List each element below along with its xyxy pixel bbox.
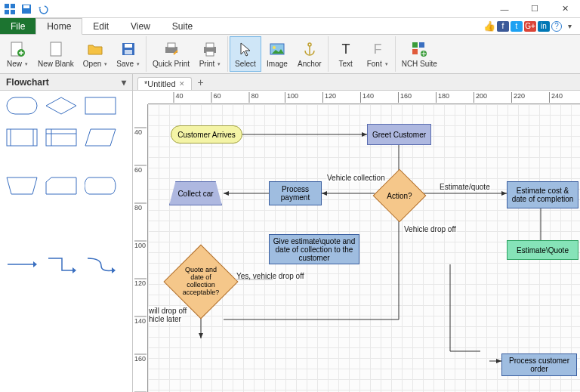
node-greet-customer[interactable]: Greet Customer: [367, 124, 431, 145]
node-action[interactable]: Action?: [381, 177, 418, 215]
print-button[interactable]: Print: [194, 36, 226, 72]
help-dropdown-icon[interactable]: ▾: [563, 21, 575, 32]
save-button[interactable]: Save: [112, 36, 144, 72]
open-folder-icon: [87, 40, 103, 58]
anchor-icon: [301, 40, 318, 58]
file-menu[interactable]: File: [0, 18, 35, 34]
tab-edit[interactable]: Edit: [82, 18, 120, 34]
select-label: Select: [235, 60, 256, 68]
edge-yes-dropoff: Yes, vehicle drop off: [236, 272, 305, 280]
svg-marker-37: [46, 177, 76, 194]
side-panel-header[interactable]: Flowchart ▾: [0, 74, 132, 91]
svg-rect-28: [85, 97, 116, 114]
thumb-icon[interactable]: 👍: [483, 21, 495, 32]
svg-rect-22: [412, 42, 418, 48]
document-tab-label: *Untitled: [144, 79, 176, 88]
shape-predefined[interactable]: [6, 128, 38, 147]
shape-palette: [0, 91, 132, 392]
window-close-button[interactable]: ✕: [550, 0, 580, 18]
node-quote-date[interactable]: Quote and date of collection acceptable?: [174, 255, 227, 308]
image-label: Image: [267, 60, 288, 68]
svg-rect-10: [125, 44, 132, 48]
shape-display[interactable]: [85, 177, 116, 195]
shape-internal[interactable]: [45, 128, 77, 147]
svg-text:T: T: [341, 42, 350, 57]
svg-rect-8: [51, 42, 61, 56]
quick-print-button[interactable]: Quick Print: [148, 36, 194, 72]
select-button[interactable]: Select: [230, 36, 261, 72]
quick-print-label: Quick Print: [153, 60, 190, 68]
svg-rect-11: [125, 50, 132, 54]
font-label: Font: [367, 60, 388, 68]
tab-close-icon[interactable]: ✕: [179, 80, 185, 88]
anchor-button[interactable]: Anchor: [293, 36, 326, 72]
node-process-payment[interactable]: Process payment: [269, 181, 322, 205]
svg-marker-40: [72, 267, 76, 273]
side-panel-title: Flowchart: [6, 77, 49, 88]
edge-will-drop: will drop off: [148, 307, 187, 315]
node-estimate-quote[interactable]: Estimate\Quote: [507, 240, 578, 260]
node-give-estimate[interactable]: Give estimate\quote and date of collecti…: [269, 234, 359, 264]
nch-suite-button[interactable]: NCH Suite: [397, 36, 442, 72]
svg-rect-24: [412, 49, 418, 54]
save-disk-icon: [120, 40, 137, 58]
node-customer-arrives[interactable]: Customer Arrives: [171, 125, 242, 144]
shape-manual-op[interactable]: [6, 177, 38, 195]
anchor-label: Anchor: [298, 60, 322, 68]
help-icon[interactable]: ?: [551, 21, 562, 32]
shape-curve[interactable]: [85, 255, 116, 273]
facebook-icon[interactable]: f: [497, 21, 509, 32]
open-button[interactable]: Open: [79, 36, 112, 72]
shape-process[interactable]: [85, 97, 116, 115]
svg-marker-27: [46, 97, 76, 114]
window-maximize-button[interactable]: ☐: [520, 0, 550, 18]
text-icon: T: [338, 40, 354, 58]
shape-terminator[interactable]: [6, 97, 38, 115]
new-blank-label: New Blank: [38, 60, 74, 68]
linkedin-icon[interactable]: in: [538, 21, 550, 32]
svg-rect-23: [419, 42, 424, 48]
qat-save-icon[interactable]: [20, 2, 33, 16]
edge-vehicle-dropoff: Vehicle drop off: [403, 225, 457, 233]
new-button[interactable]: New: [2, 36, 33, 72]
shape-card[interactable]: [45, 177, 77, 195]
qat-undo-icon[interactable]: [36, 2, 50, 16]
svg-text:F: F: [373, 42, 381, 57]
document-tab[interactable]: *Untitled ✕: [137, 77, 192, 90]
font-icon: F: [369, 40, 386, 58]
tab-home[interactable]: Home: [35, 18, 82, 35]
qat-app-icon[interactable]: [3, 2, 17, 16]
svg-rect-16: [206, 51, 214, 56]
vertical-ruler: 40 60 80 100 120 140 160 180: [133, 104, 148, 392]
add-tab-button[interactable]: +: [192, 75, 210, 90]
node-collect-car[interactable]: Collect car: [169, 181, 222, 205]
svg-rect-13: [168, 43, 175, 48]
nch-suite-label: NCH Suite: [402, 60, 437, 68]
tab-view[interactable]: View: [120, 18, 162, 34]
edge-estimate-quote: Estimate/quote: [439, 183, 491, 191]
text-button[interactable]: T Text: [330, 36, 362, 72]
font-button[interactable]: F Font: [362, 36, 393, 72]
shape-data[interactable]: [85, 128, 116, 147]
horizontal-ruler: 40 60 80 100 120 140 160 180 200 220 240: [148, 91, 580, 104]
tab-suite[interactable]: Suite: [162, 18, 204, 34]
nch-suite-icon: [411, 40, 427, 58]
canvas[interactable]: Customer Arrives Greet Customer Collect …: [148, 104, 580, 392]
new-blank-button[interactable]: New Blank: [33, 36, 79, 72]
shape-decision[interactable]: [45, 97, 77, 115]
new-blank-icon: [48, 40, 64, 58]
node-estimate-cost[interactable]: Estimate cost & date of completion: [507, 181, 578, 208]
svg-point-19: [308, 43, 311, 46]
node-process-order[interactable]: Process customer order: [501, 353, 577, 376]
quick-print-icon: [163, 40, 180, 58]
window-minimize-button[interactable]: —: [489, 0, 520, 18]
image-button[interactable]: Image: [261, 36, 293, 72]
svg-rect-2: [5, 10, 9, 14]
save-label: Save: [116, 60, 140, 68]
googleplus-icon[interactable]: G+: [524, 21, 536, 32]
edge-hicle-later: hicle later: [148, 315, 182, 323]
twitter-icon[interactable]: t: [511, 21, 523, 32]
svg-rect-15: [206, 43, 214, 48]
shape-arrow[interactable]: [6, 255, 38, 273]
shape-elbow[interactable]: [45, 255, 77, 273]
